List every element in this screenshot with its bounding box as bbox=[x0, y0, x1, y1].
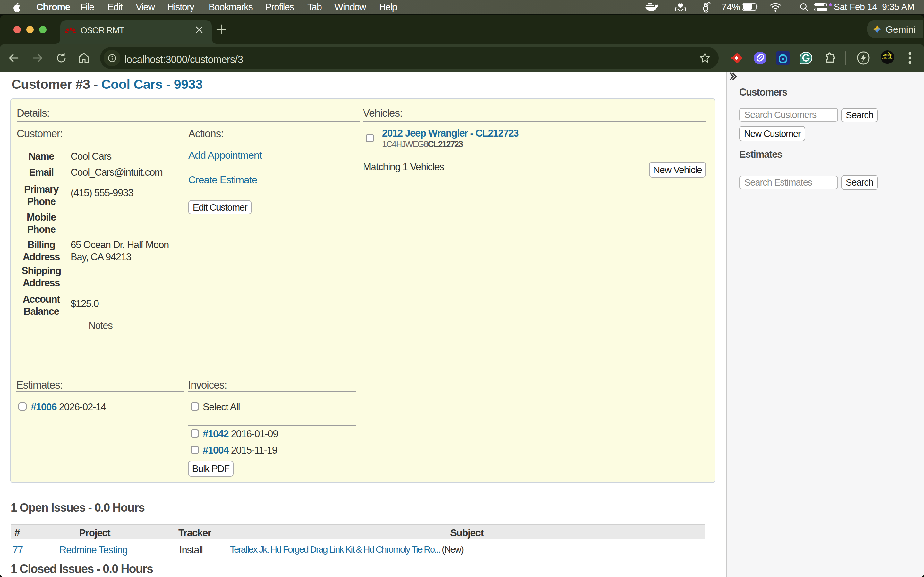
svg-text:Barrette: Barrette bbox=[884, 55, 892, 57]
svg-text:Fabrication: Fabrication bbox=[882, 57, 893, 60]
